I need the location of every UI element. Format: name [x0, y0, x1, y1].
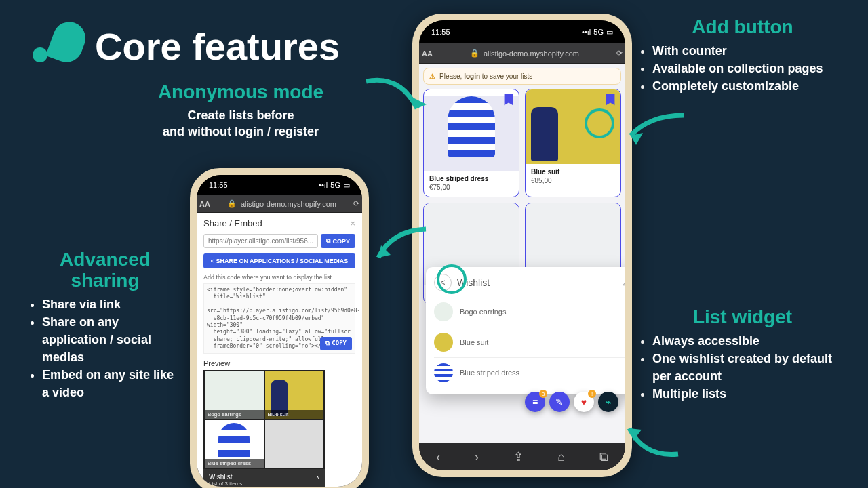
forward-icon[interactable]: › [475, 450, 479, 464]
preview-caption: Blue suit [265, 410, 324, 419]
status-time: 11:55 [209, 181, 228, 189]
feature-add-button-list: With counter Available on collection pag… [637, 42, 848, 95]
embed-hint: Add this code where you want to display … [203, 274, 355, 281]
copy-code-button[interactable]: ⧉COPY [320, 337, 352, 350]
product-card[interactable]: Blue suit€85,00 [525, 89, 621, 197]
list-item: Embed on any site like a video [42, 366, 183, 401]
list-item: With counter [652, 42, 848, 60]
text-size-icon[interactable]: AA [197, 200, 210, 208]
wishlist-item-label: Bogo earrings [460, 308, 507, 316]
preview-caption: Blue striped dress [205, 459, 264, 468]
wishlist-popover[interactable]: < Wishlist ⤢ Bogo earrings Blue suit Blu… [426, 267, 625, 394]
feature-add-button-title: Add button [637, 16, 848, 38]
back-icon[interactable]: ‹ [436, 450, 440, 464]
feature-sharing-title-2: sharing [71, 270, 139, 291]
chevron-up-icon[interactable]: ˄ [316, 476, 319, 483]
wishlist-item[interactable]: Blue suit [434, 327, 625, 357]
wishlist-item[interactable]: Blue striped dress [434, 357, 625, 388]
wishlist-item-label: Blue striped dress [460, 369, 519, 377]
lock-icon: 🔒 [470, 49, 479, 58]
url-bar[interactable]: AA 🔒 alistigo-demo.myshopify.com ⟳ [419, 43, 625, 64]
preview-item-empty [265, 420, 324, 468]
copy-link-button[interactable]: ⧉COPY [321, 234, 355, 248]
url-text: alistigo-demo.myshopify.com [241, 200, 336, 208]
status-signal: 5G [593, 28, 604, 36]
phone-notch [481, 20, 563, 35]
wishlist-item[interactable]: Bogo earrings [434, 297, 625, 327]
phone-share: 11:55 ••ıl 5G ▭ AA 🔒 alistigo-demo.mysho… [190, 168, 369, 488]
preview-footer[interactable]: Wishlist List of 3 items ˄ [203, 469, 325, 487]
copy-icon: ⧉ [326, 340, 330, 348]
url-bar[interactable]: AA 🔒 alistigo-demo.myshopify.com ⟳ [197, 195, 362, 213]
wishlist-ribbon-icon[interactable] [603, 92, 618, 107]
feature-anonymous-title: Anonymous mode [129, 81, 353, 103]
text-size-icon[interactable]: AA [419, 49, 433, 58]
fab-heart[interactable]: ♥! [574, 392, 594, 412]
status-time: 11:55 [431, 28, 450, 36]
login-banner: ⚠ Please, login to save your lists [423, 68, 621, 85]
share-content: Share / Embed × ⧉COPY < SHARE ON APPLICA… [197, 213, 362, 487]
phone-store: 11:55 ••ıl 5G ▭ AA 🔒 alistigo-demo.mysho… [412, 14, 632, 477]
feature-list-widget: List widget Always accessible One wishli… [637, 306, 848, 403]
signal-icon: ••ıl [582, 28, 591, 36]
tabs-icon[interactable]: ⧉ [599, 450, 608, 464]
close-icon[interactable]: × [350, 218, 355, 228]
feature-sharing-list: Share via link Share on any application … [27, 296, 183, 402]
share-icon[interactable]: ⇪ [513, 449, 524, 464]
signal-icon: ••ıl [319, 181, 328, 189]
reload-icon[interactable]: ⟳ [353, 199, 362, 208]
preview-item[interactable]: Blue striped dress [205, 420, 264, 468]
product-price: €75,00 [429, 184, 513, 191]
reload-icon[interactable]: ⟳ [616, 49, 625, 58]
wishlist-item-label: Blue suit [460, 338, 488, 346]
list-item: Share on any application / social medias [42, 313, 183, 366]
brand-logo [33, 22, 84, 62]
preview-item[interactable]: Blue suit [265, 371, 324, 419]
status-signal: 5G [330, 181, 340, 189]
preview-footer-title: Wishlist [209, 473, 232, 481]
battery-icon: ▭ [606, 28, 613, 37]
feature-sharing: Advanced sharing Share via link Share on… [27, 249, 183, 401]
share-icon[interactable]: < [434, 274, 452, 291]
preview-caption: Bogo earrings [205, 410, 264, 419]
expand-icon[interactable]: ⤢ [621, 277, 625, 288]
fab-row: ≡3 ✎ ♥! ⌁ [525, 392, 618, 412]
preview-grid: Bogo earrings Blue suit Blue striped dre… [203, 370, 325, 469]
lock-icon: 🔒 [227, 199, 237, 208]
list-item: One wishlist created by default per acco… [652, 350, 848, 385]
copy-icon: ⧉ [326, 237, 330, 245]
safari-toolbar: ‹ › ⇪ ⌂ ⧉ [419, 443, 625, 470]
feature-anonymous: Anonymous mode Create lists before and w… [129, 81, 353, 140]
list-item: Available on collection pages [652, 60, 848, 77]
list-item: Completely customizable [652, 77, 848, 95]
wishlist-ribbon-icon[interactable] [501, 92, 516, 107]
banner-login-link[interactable]: login [464, 73, 480, 80]
page-title: Core features [95, 24, 340, 68]
fab-brand[interactable]: ⌁ [598, 392, 618, 412]
product-name: Blue striped dress [429, 175, 513, 182]
product-card[interactable]: Blue striped dress€75,00 [423, 89, 519, 197]
battery-icon: ▭ [343, 181, 350, 190]
fab-add-list[interactable]: ≡3 [525, 392, 545, 412]
preview-item[interactable]: Bogo earrings [205, 371, 264, 419]
wishlist-title: Wishlist [457, 277, 490, 288]
warning-icon: ⚠ [429, 73, 435, 80]
arrow-add-button [623, 108, 690, 156]
share-panel-title: Share / Embed × [203, 218, 355, 228]
phone-notch [245, 175, 313, 187]
list-item: Always accessible [652, 332, 848, 350]
preview-label: Preview [203, 359, 355, 367]
feature-sharing-title-1: Advanced [60, 249, 151, 270]
product-price: €85,00 [531, 177, 615, 184]
share-link-input[interactable] [203, 234, 318, 248]
share-social-button[interactable]: < SHARE ON APPLICATIONS / SOCIAL MEDIAS [203, 253, 355, 268]
banner-text: to save your lists [480, 73, 532, 80]
bookmarks-icon[interactable]: ⌂ [557, 450, 565, 464]
embed-code[interactable]: <iframe style="border:none;overflow:hidd… [203, 283, 355, 354]
feature-anonymous-sub1: Create lists before [129, 107, 353, 123]
arrow-list-widget [624, 420, 685, 468]
fab-edit[interactable]: ✎ [549, 392, 570, 412]
feature-add-button: Add button With counter Available on col… [637, 16, 848, 95]
banner-text: Please, [439, 73, 464, 80]
product-name: Blue suit [531, 168, 615, 176]
